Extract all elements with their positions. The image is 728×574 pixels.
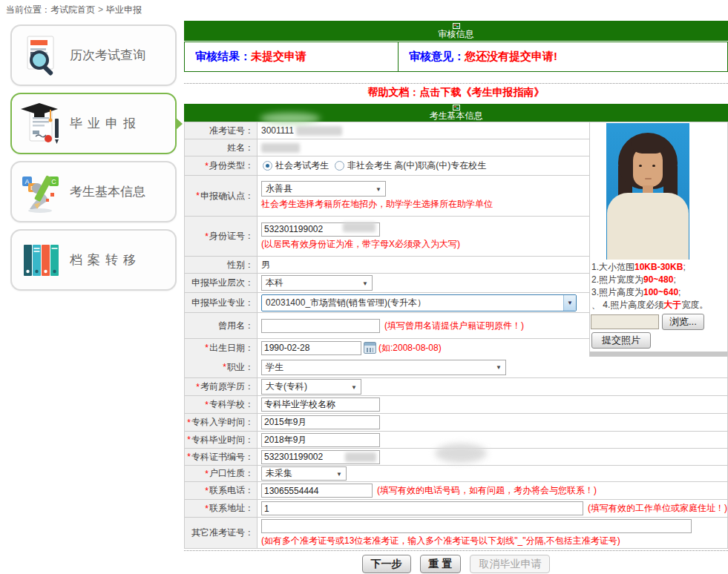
field-value-birth-date: (如:2008-08-08) [258, 339, 589, 357]
sidebar-item-label: 考生基本信息 [70, 183, 145, 200]
row-occupation: *职业： 学生 ▼ [185, 357, 727, 378]
field-value-grad-major: 02031400_市场营销(销售管理)(专升本） ▼ [258, 293, 589, 312]
occupation-select[interactable]: 学生 ▼ [261, 360, 506, 375]
row-former-name: 曾用名： (填写曾用名请提供户籍证明原件！) [185, 313, 589, 339]
sidebar-item-candidate-info[interactable]: A B C 考生基本信息 [10, 161, 177, 222]
field-label-former-name: 曾用名： [185, 313, 258, 338]
confirm-point-note: 社会考生选择考籍所在地招办，助学学生选择所在助学单位 [261, 198, 493, 211]
field-value-address: (填写有效的工作单位或家庭住址！) [258, 500, 727, 517]
broken-image-icon [453, 23, 460, 29]
browse-button[interactable]: 浏览... [662, 314, 704, 330]
radio-social-label: 社会考试考生 [275, 159, 329, 172]
field-label-hukou-type: *户口性质： [185, 466, 258, 481]
row-other-exam-no: 其它准考证号： (如有多个准考证号或13位老准考证，输入多个准考证号以下划线"_… [185, 518, 727, 549]
radio-social-candidate[interactable] [263, 161, 272, 171]
svg-text:C: C [51, 178, 56, 185]
form-actions: 下一步 重 置 取消毕业申请 [184, 555, 728, 573]
candidate-info-icon: A B C [12, 168, 70, 216]
field-value-prior-education: 大专(专科) ▼ [258, 378, 727, 395]
candidate-info-title: 考生基本信息 [430, 111, 483, 121]
row-phone: *联系电话： (填写有效的电话号码，如有问题，考办将会与您联系！) [185, 482, 727, 500]
graduation-apply-icon [12, 100, 70, 148]
row-address: *联系地址： (填写有效的工作单位或家庭住址！) [185, 500, 727, 518]
exam-query-icon [12, 32, 70, 79]
field-label-exam-no: 准考证号： [185, 122, 258, 139]
field-value-other-exam-no: (如有多个准考证号或13位老准考证，输入多个准考证号以下划线"_"分隔,不包括主… [258, 518, 727, 548]
row-name: 姓名： [185, 139, 589, 156]
hukou-type-select[interactable]: 未采集 ▼ [261, 466, 347, 481]
chevron-down-icon: ▼ [496, 364, 502, 371]
review-result-cell: 审核结果： 未提交申请 [185, 42, 399, 71]
row-exam-no: 准考证号： 3001111 [185, 122, 589, 139]
field-value-hukou-type: 未采集 ▼ [258, 466, 727, 481]
row-grad-level: 申报毕业层次： 本科 ▼ [185, 274, 589, 293]
submit-photo-button[interactable]: 提交照片 [591, 332, 651, 349]
college-grad-time-input[interactable] [261, 433, 380, 447]
chevron-down-icon: ▼ [376, 185, 381, 192]
former-name-note: (填写曾用名请提供户籍证明原件！) [384, 320, 524, 332]
next-step-button[interactable]: 下一步 [362, 555, 411, 573]
field-value-former-name: (填写曾用名请提供户籍证明原件！) [258, 313, 589, 338]
college-enroll-time-input[interactable] [261, 415, 380, 429]
former-name-input[interactable] [261, 319, 380, 333]
address-input[interactable] [261, 501, 583, 515]
reset-button[interactable]: 重 置 [420, 555, 462, 573]
breadcrumb-home-link[interactable]: 考试院首页 [50, 4, 95, 15]
masked-value [343, 222, 376, 232]
sidebar-item-graduation-apply[interactable]: 毕业申报 [10, 93, 177, 154]
field-value-college-school [258, 396, 727, 413]
help-download-link[interactable]: 帮助文档：点击下载《考生申报指南》 [184, 84, 728, 102]
radio-non-social-candidate[interactable] [335, 161, 344, 171]
active-item-arrow [175, 117, 183, 131]
row-college-enroll-time: *专科入学时间： [185, 414, 727, 432]
field-label-grad-level: 申报毕业层次： [185, 274, 258, 292]
review-opinion-value: 您还没有提交申请! [465, 50, 557, 64]
row-hukou-type: *户口性质： 未采集 ▼ [185, 466, 727, 482]
field-value-confirm-point: 永善县 ▼ 社会考生选择考籍所在地招办，助学学生选择所在助学单位 [258, 176, 589, 216]
field-label-identity-type: *身份类型： [185, 156, 258, 175]
field-label-name: 姓名： [185, 139, 258, 156]
field-value-name [258, 139, 589, 156]
sidebar-item-archive-transfer[interactable]: 档案转移 [10, 229, 177, 291]
field-label-college-school: *专科学校： [185, 396, 258, 413]
field-value-college-enroll-time [258, 414, 727, 431]
grad-level-select[interactable]: 本科 ▼ [261, 275, 373, 291]
photo-file-input[interactable] [591, 314, 659, 329]
address-note: (填写有效的工作单位或家庭住址！) [588, 502, 727, 515]
sidebar-item-label: 历次考试查询 [70, 47, 145, 64]
college-school-input[interactable] [261, 397, 380, 412]
review-info-title: 审核信息 [439, 30, 474, 39]
field-value-occupation: 学生 ▼ [258, 357, 727, 377]
field-label-gender: 性别： [185, 257, 258, 273]
row-confirm-point: *申报确认点： 永善县 ▼ 社会考生选择考籍所在地招办，助学学生选择所在助学单位 [185, 176, 589, 217]
field-value-exam-no: 3001111 [258, 122, 589, 139]
phone-note: (填写有效的电话号码，如有问题，考办将会与您联系！) [377, 484, 597, 497]
chevron-down-icon: ▼ [362, 280, 368, 286]
calendar-icon[interactable] [364, 342, 376, 354]
field-value-college-cert-no [258, 449, 727, 465]
birth-date-input[interactable] [261, 341, 361, 355]
field-label-prior-education: *考前原学历： [185, 378, 258, 395]
phone-input[interactable] [261, 484, 373, 498]
photo-panel-filler [590, 352, 727, 356]
grad-major-select[interactable]: 02031400_市场营销(销售管理)(专升本） ▼ [261, 294, 577, 311]
row-grad-major: 申报毕业专业： 02031400_市场营销(销售管理)(专升本） ▼ [185, 293, 589, 313]
field-value-id-number: (以居民有效身份证为准，带字母X必须录入为大写) [258, 217, 589, 256]
chevron-down-icon: ▼ [351, 383, 357, 390]
other-exam-no-input[interactable] [261, 519, 692, 533]
confirm-point-select[interactable]: 永善县 ▼ [261, 181, 386, 197]
id-number-note: (以居民有效身份证为准，带字母X必须录入为大写) [261, 238, 460, 251]
chevron-down-icon: ▼ [336, 470, 342, 477]
masked-value [345, 452, 376, 462]
broken-image-icon [453, 105, 460, 110]
field-value-phone: (填写有效的电话号码，如有问题，考办将会与您联系！) [258, 482, 727, 499]
photo-requirements: 1.大小范围10KB-30KB; 2.照片宽度为90~480; 3.照片高度为1… [590, 260, 727, 311]
prior-education-select[interactable]: 大专(专科) ▼ [261, 379, 361, 395]
review-box: 审核结果： 未提交申请 审核意见： 您还没有提交申请! [184, 42, 728, 72]
radio-non-social-label: 非社会考生 高(中)职高(中)专在校生 [347, 159, 486, 172]
dotted-divider [184, 550, 728, 551]
sidebar-item-label: 毕业申报 [70, 115, 141, 132]
field-label-college-cert-no: *专科证书编号： [185, 449, 258, 465]
breadcrumb: 当前位置：考试院首页>毕业申报 [6, 4, 142, 16]
sidebar-item-exam-query[interactable]: 历次考试查询 [10, 24, 177, 86]
